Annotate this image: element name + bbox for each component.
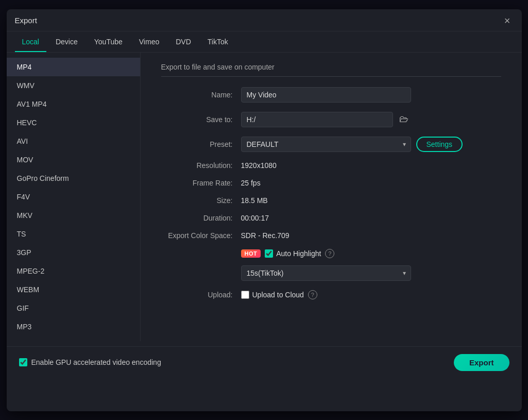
format-3gp[interactable]: 3GP	[7, 243, 140, 262]
colorspace-row: Export Color Space: SDR - Rec.709	[161, 231, 501, 240]
name-input[interactable]	[241, 87, 411, 103]
upload-cloud-checkbox[interactable]	[241, 291, 249, 299]
folder-browse-button[interactable]: 🗁	[397, 112, 411, 127]
export-dialog: Export × Local Device YouTube Vimeo DVD …	[7, 9, 522, 411]
format-mpeg2[interactable]: MPEG-2	[7, 262, 140, 280]
section-title: Export to file and save on computer	[161, 63, 501, 77]
format-mov[interactable]: MOV	[7, 150, 140, 169]
framerate-value: 25 fps	[241, 179, 261, 187]
export-button[interactable]: Export	[454, 354, 509, 371]
dialog-footer: Enable GPU accelerated video encoding Ex…	[7, 346, 522, 378]
tiktok-duration-select[interactable]: 15s(TikTok) 30s 60s	[241, 265, 411, 281]
resolution-row: Resolution: 1920x1080	[161, 161, 501, 170]
close-button[interactable]: ×	[501, 14, 514, 27]
auto-highlight-row: HOT Auto Highlight ?	[241, 249, 501, 258]
upload-cloud-text: Upload to Cloud	[252, 291, 304, 299]
format-mp3[interactable]: MP3	[7, 317, 140, 336]
save-to-input[interactable]	[241, 112, 393, 127]
name-label: Name:	[161, 91, 241, 99]
size-label: Size:	[161, 196, 241, 205]
format-gif[interactable]: GIF	[7, 299, 140, 317]
format-webm[interactable]: WEBM	[7, 280, 140, 299]
framerate-label: Frame Rate:	[161, 179, 241, 187]
tab-vimeo[interactable]: Vimeo	[132, 31, 166, 52]
main-form: Export to file and save on computer Name…	[141, 53, 522, 341]
upload-cloud-label[interactable]: Upload to Cloud	[241, 291, 304, 299]
resolution-label: Resolution:	[161, 161, 241, 170]
preset-row: Preset: DEFAULT High Quality Low Quality…	[161, 137, 501, 152]
tiktok-duration-row: 15s(TikTok) 30s 60s	[241, 265, 501, 281]
size-value: 18.5 MB	[241, 196, 268, 205]
size-row: Size: 18.5 MB	[161, 196, 501, 205]
tab-device[interactable]: Device	[48, 31, 85, 52]
auto-highlight-text: Auto Highlight	[276, 249, 321, 258]
tiktok-select-wrapper: 15s(TikTok) 30s 60s	[241, 265, 411, 281]
hot-badge: HOT	[241, 249, 261, 258]
format-f4v[interactable]: F4V	[7, 188, 140, 206]
preset-select[interactable]: DEFAULT High Quality Low Quality Custom	[241, 137, 411, 152]
format-mp4[interactable]: MP4	[7, 58, 140, 76]
tab-dvd[interactable]: DVD	[168, 31, 198, 52]
name-row: Name:	[161, 87, 501, 103]
upload-label: Upload:	[161, 291, 241, 299]
format-wmv[interactable]: WMV	[7, 76, 140, 95]
tabs-bar: Local Device YouTube Vimeo DVD TikTok	[7, 31, 522, 53]
gpu-encoding-text: Enable GPU accelerated video encoding	[31, 358, 161, 366]
format-mkv[interactable]: MKV	[7, 206, 140, 225]
preset-select-wrapper: DEFAULT High Quality Low Quality Custom	[241, 137, 411, 152]
tab-tiktok[interactable]: TikTok	[200, 31, 235, 52]
format-sidebar: MP4 WMV AV1 MP4 HEVC AVI MOV GoPro Cinef…	[7, 53, 141, 341]
format-gopro[interactable]: GoPro Cineform	[7, 169, 140, 188]
duration-label: Duration:	[161, 214, 241, 222]
tab-youtube[interactable]: YouTube	[87, 31, 130, 52]
dialog-body: MP4 WMV AV1 MP4 HEVC AVI MOV GoPro Cinef…	[7, 53, 522, 341]
duration-row: Duration: 00:00:17	[161, 214, 501, 222]
duration-value: 00:00:17	[241, 214, 269, 222]
settings-button[interactable]: Settings	[416, 137, 463, 152]
tab-local[interactable]: Local	[15, 31, 46, 52]
auto-highlight-help-icon[interactable]: ?	[325, 249, 334, 258]
format-avi[interactable]: AVI	[7, 132, 140, 150]
preset-field: DEFAULT High Quality Low Quality Custom …	[241, 137, 463, 152]
auto-highlight-checkbox[interactable]	[265, 249, 273, 258]
upload-field: Upload to Cloud ?	[241, 290, 317, 299]
resolution-value: 1920x1080	[241, 161, 277, 170]
framerate-row: Frame Rate: 25 fps	[161, 179, 501, 187]
format-av1mp4[interactable]: AV1 MP4	[7, 95, 140, 113]
gpu-encoding-checkbox[interactable]	[19, 358, 27, 366]
upload-row: Upload: Upload to Cloud ?	[161, 290, 501, 299]
colorspace-value: SDR - Rec.709	[241, 231, 289, 240]
save-to-row: Save to: 🗁	[161, 112, 501, 127]
dialog-title: Export	[15, 16, 37, 25]
colorspace-label: Export Color Space:	[161, 231, 241, 240]
auto-highlight-label[interactable]: Auto Highlight	[265, 249, 321, 258]
gpu-encoding-label[interactable]: Enable GPU accelerated video encoding	[19, 358, 161, 366]
preset-label: Preset:	[161, 140, 241, 148]
save-to-label: Save to:	[161, 115, 241, 124]
upload-help-icon[interactable]: ?	[308, 290, 317, 299]
format-hevc[interactable]: HEVC	[7, 113, 140, 132]
dialog-titlebar: Export ×	[7, 9, 522, 31]
save-to-field: 🗁	[241, 112, 411, 127]
format-ts[interactable]: TS	[7, 225, 140, 243]
